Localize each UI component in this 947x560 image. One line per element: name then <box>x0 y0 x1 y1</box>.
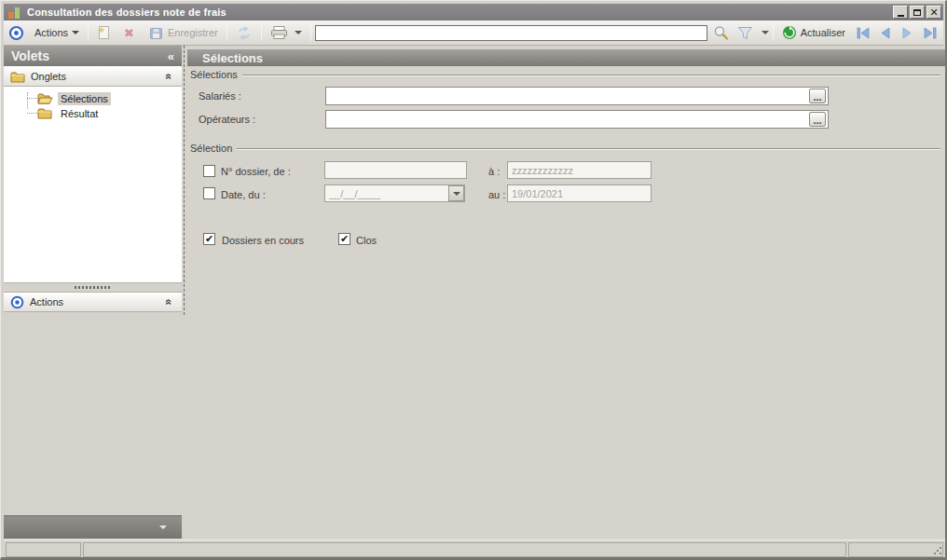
toolbar-separator <box>88 24 89 41</box>
ellipsis-icon: ... <box>813 118 821 122</box>
collapse-section-icon[interactable]: « <box>163 299 176 306</box>
tree-guide <box>27 92 28 109</box>
date-from-combobox[interactable]: __/__/____ <box>324 184 465 202</box>
save-button[interactable]: Enregistrer <box>144 24 223 42</box>
tree-guide <box>27 98 37 99</box>
toolbar-separator <box>261 24 262 41</box>
sidebar-bottom-bar[interactable] <box>4 515 182 539</box>
clos-label: Clos <box>356 235 377 246</box>
folder-icon <box>37 107 54 119</box>
onglets-section-label: Onglets <box>31 71 66 82</box>
actions-section-label: Actions <box>30 296 63 307</box>
checkmark-icon: ✔ <box>205 234 213 244</box>
app-window: Consultation des dossiers note de frais … <box>0 0 947 560</box>
print-options-chevron-icon <box>295 31 302 34</box>
tree-item-label: Résultat <box>58 107 101 120</box>
print-button[interactable] <box>266 23 307 42</box>
salaries-lookup-button[interactable]: ... <box>809 89 826 103</box>
operateurs-lookup-button[interactable]: ... <box>809 112 826 127</box>
save-icon <box>149 26 164 40</box>
date-dropdown-button[interactable] <box>448 185 464 201</box>
status-bar <box>4 540 945 558</box>
nav-next-button[interactable] <box>900 26 914 40</box>
nav-previous-button[interactable] <box>878 26 892 40</box>
tree-guide <box>27 113 37 114</box>
toolbar-separator <box>310 24 311 41</box>
delete-button[interactable]: ✖ <box>119 24 139 42</box>
group-divider <box>242 75 940 76</box>
date-checkbox[interactable] <box>203 187 215 199</box>
toolbar-separator <box>226 24 227 41</box>
group-selections-label: Sélections <box>190 69 242 80</box>
window-title: Consultation des dossiers note de frais <box>27 7 226 18</box>
refresh-green-icon <box>782 25 797 40</box>
dossier-to-input[interactable] <box>507 161 652 179</box>
dossier-from-input[interactable] <box>324 161 467 179</box>
actions-section-header[interactable]: Actions « <box>4 292 182 312</box>
filter-options-chevron-icon[interactable] <box>762 31 769 34</box>
maximize-button[interactable] <box>910 6 925 19</box>
sidebar-header: Volets « <box>4 46 182 66</box>
main-header-title: Sélections <box>202 51 263 65</box>
dossier-to-label: à : <box>488 166 500 177</box>
svg-text:★: ★ <box>98 25 105 34</box>
sidebar-splitter-handle[interactable] <box>4 283 182 292</box>
splitter-dots-icon <box>75 286 112 289</box>
group-selection: Sélection <box>190 143 940 154</box>
status-cell-3 <box>848 542 943 557</box>
dossier-checkbox[interactable] <box>203 165 215 177</box>
search-input[interactable] <box>315 25 707 41</box>
nav-last-button[interactable] <box>922 26 938 40</box>
group-selection-label: Sélection <box>190 143 237 154</box>
sync-button[interactable] <box>231 24 257 42</box>
tree-item-selections[interactable]: Sélections <box>37 91 111 105</box>
save-label: Enregistrer <box>168 27 218 38</box>
new-document-icon: ★ <box>97 25 111 40</box>
bullseye-icon <box>8 25 24 41</box>
group-selections: Sélections <box>190 69 940 80</box>
filter-funnel-icon[interactable] <box>737 26 753 40</box>
date-to-input[interactable] <box>507 184 652 202</box>
onglets-tree: Sélections Résultat <box>4 87 182 283</box>
tree-item-label: Sélections <box>58 92 111 105</box>
date-to-label: au : <box>488 189 505 200</box>
minimize-button[interactable] <box>893 6 908 19</box>
main-header: Sélections <box>187 49 945 66</box>
magnifier-icon[interactable] <box>713 25 729 41</box>
collapse-panel-icon[interactable]: « <box>168 49 174 63</box>
new-button[interactable]: ★ <box>92 23 116 42</box>
operateurs-input[interactable] <box>325 110 829 129</box>
actions-menu-label: Actions <box>34 27 68 38</box>
app-icon <box>7 7 21 19</box>
title-bar: Consultation des dossiers note de frais … <box>4 4 943 20</box>
status-cell-2 <box>83 542 846 557</box>
collapse-section-icon[interactable]: « <box>163 74 176 80</box>
clos-checkbox[interactable]: ✔ <box>338 233 350 245</box>
tree-item-resultat[interactable]: Résultat <box>37 106 101 120</box>
dossiers-en-cours-checkbox[interactable]: ✔ <box>203 233 215 245</box>
resize-grip[interactable] <box>933 546 942 555</box>
operateurs-label: Opérateurs : <box>199 114 255 125</box>
refresh-button[interactable]: Actualiser <box>777 23 850 42</box>
status-cell-1 <box>6 542 81 557</box>
chevron-down-icon <box>72 31 79 34</box>
toolbar-separator <box>773 24 774 41</box>
date-label: Date, du : <box>221 189 266 200</box>
salaries-input[interactable] <box>325 87 829 105</box>
sidebar-empty-area <box>4 312 182 513</box>
printer-icon <box>270 25 288 40</box>
bullseye-icon <box>10 295 24 309</box>
toolbar: Actions ★ ✖ Enregistrer <box>4 20 943 46</box>
sync-arrows-icon <box>236 26 253 40</box>
maximize-icon <box>913 9 921 16</box>
ellipsis-icon: ... <box>813 95 821 99</box>
close-icon: ✕ <box>929 7 938 18</box>
delete-x-icon: ✖ <box>124 26 134 40</box>
onglets-section-header[interactable]: Onglets « <box>4 66 182 87</box>
open-folder-icon <box>37 92 54 104</box>
panel-splitter[interactable] <box>184 46 185 315</box>
refresh-label: Actualiser <box>801 27 845 38</box>
nav-first-button[interactable] <box>856 26 872 40</box>
close-button[interactable]: ✕ <box>926 6 941 19</box>
actions-menu-button[interactable]: Actions <box>30 25 84 40</box>
